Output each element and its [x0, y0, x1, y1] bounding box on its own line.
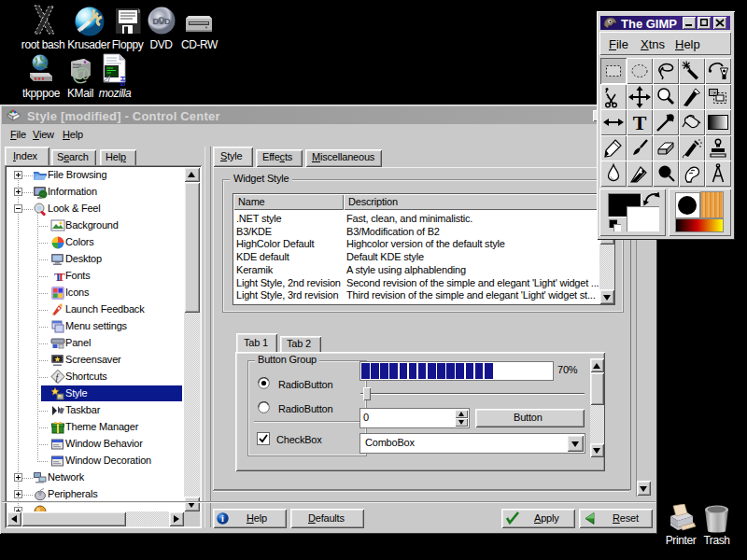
svg-text:T: T: [57, 270, 65, 284]
svg-text:SH: SH: [119, 76, 127, 86]
svg-text:i: i: [221, 513, 224, 524]
svg-text:DVD: DVD: [152, 17, 171, 26]
svg-text:@: @: [72, 63, 91, 84]
svg-text:T: T: [633, 111, 647, 133]
